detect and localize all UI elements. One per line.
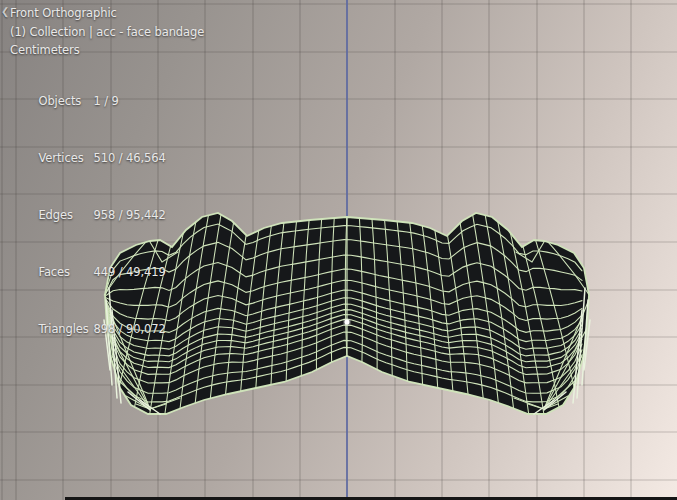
stat-value: 898 / 90,072 <box>93 322 165 336</box>
stat-label: Triangles <box>38 320 93 339</box>
stat-label: Objects <box>38 92 93 111</box>
viewport-text-overlay: Front Orthographic (1) Collection | acc … <box>10 4 204 358</box>
3d-viewport[interactable]: ❮ Front Orthographic (1) Collection | ac… <box>0 0 677 500</box>
stat-row-vertices: Vertices510 / 46,564 <box>10 130 204 187</box>
stat-value: 449 / 49,419 <box>93 265 165 279</box>
origin-dot <box>344 319 349 324</box>
stat-value: 510 / 46,564 <box>93 151 165 165</box>
stat-value: 958 / 95,442 <box>93 208 165 222</box>
sidebar-toggle-arrow-icon[interactable]: ❮ <box>1 7 9 17</box>
stat-row-triangles: Triangles898 / 90,072 <box>10 301 204 358</box>
stat-row-objects: Objects1 / 9 <box>10 73 204 130</box>
view-name-label: Front Orthographic <box>10 4 204 23</box>
stat-label: Edges <box>38 206 93 225</box>
statistics-overlay: Objects1 / 9 Vertices510 / 46,564 Edges9… <box>10 73 204 358</box>
unit-system-label: Centimeters <box>10 41 204 60</box>
stat-label: Vertices <box>38 149 93 168</box>
collection-breadcrumb: (1) Collection | acc - face bandage <box>10 23 204 42</box>
stat-row-edges: Edges958 / 95,442 <box>10 187 204 244</box>
stat-label: Faces <box>38 263 93 282</box>
stat-row-faces: Faces449 / 49,419 <box>10 244 204 301</box>
stat-value: 1 / 9 <box>93 94 118 108</box>
